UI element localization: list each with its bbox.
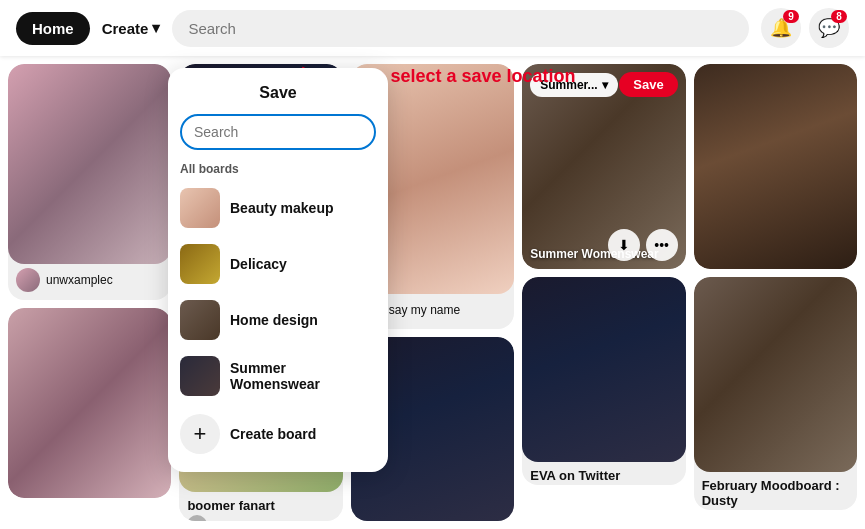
board-name-summer: Summer Womenswear bbox=[230, 360, 376, 392]
save-dropdown: Save All boards Beauty makeup Delicacy H… bbox=[168, 68, 388, 472]
pin-portrait-1[interactable] bbox=[8, 308, 171, 498]
eva-twitter-label: EVA on Twitter bbox=[522, 462, 685, 485]
dropdown-title: Save bbox=[168, 68, 388, 110]
hint-bar: ↙ Click to select a save location bbox=[0, 56, 865, 96]
plus-icon: + bbox=[180, 414, 220, 454]
sub-avatar bbox=[187, 515, 207, 521]
board-thumb-summer bbox=[180, 356, 220, 396]
pin-eva-twitter[interactable]: EVA on Twitter bbox=[522, 277, 685, 485]
pin-grid: unwxamplec Home design ▾ Save boomer fan… bbox=[0, 56, 865, 529]
more-button[interactable]: ••• bbox=[646, 229, 678, 261]
messages-button[interactable]: 💬 8 bbox=[809, 8, 849, 48]
board-thumb-home bbox=[180, 300, 220, 340]
board-item-delicacy[interactable]: Delicacy bbox=[168, 236, 388, 292]
home-button[interactable]: Home bbox=[16, 12, 90, 45]
messages-badge: 8 bbox=[831, 10, 847, 23]
header-icons: 🔔 9 💬 8 bbox=[761, 8, 849, 48]
col-3: Summer... ▾ Save Summer Womenswear ⬇ •••… bbox=[522, 64, 685, 521]
create-board-row[interactable]: + Create board bbox=[168, 404, 388, 464]
card-title: boomer fanart bbox=[179, 492, 342, 515]
username-label-2: say my name bbox=[389, 303, 460, 317]
pin-actions: ⬇ ••• bbox=[608, 229, 678, 261]
pin-avatar-row: unwxamplec bbox=[8, 264, 171, 300]
board-name-beauty: Beauty makeup bbox=[230, 200, 333, 216]
chevron-down-icon: ▾ bbox=[152, 19, 160, 37]
section-label: All boards bbox=[168, 158, 388, 180]
notifications-badge: 9 bbox=[783, 10, 799, 23]
notifications-button[interactable]: 🔔 9 bbox=[761, 8, 801, 48]
board-thumb-delicacy bbox=[180, 244, 220, 284]
header: Home Create ▾ 🔔 9 💬 8 bbox=[0, 0, 865, 56]
search-input[interactable] bbox=[172, 10, 749, 47]
dropdown-search-input[interactable] bbox=[180, 114, 376, 150]
create-board-label: Create board bbox=[230, 426, 316, 442]
col-0: unwxamplec bbox=[8, 64, 171, 521]
board-thumb-beauty bbox=[180, 188, 220, 228]
pin-february-moodboard[interactable]: February Moodboard : Dusty bbox=[694, 277, 857, 510]
board-item-summer[interactable]: Summer Womenswear bbox=[168, 348, 388, 404]
sub-username: ◇.*ETHEREAL-*. bbox=[213, 519, 297, 521]
board-item-home[interactable]: Home design bbox=[168, 292, 388, 348]
february-title: February Moodboard : Dusty bbox=[694, 472, 857, 510]
board-name-delicacy: Delicacy bbox=[230, 256, 287, 272]
avatar bbox=[16, 268, 40, 292]
col-4: February Moodboard : Dusty bbox=[694, 64, 857, 521]
download-button[interactable]: ⬇ bbox=[608, 229, 640, 261]
create-button[interactable]: Create ▾ bbox=[102, 19, 161, 37]
card-sub: ◇.*ETHEREAL-*. bbox=[179, 515, 342, 521]
username-label: unwxamplec bbox=[46, 273, 113, 287]
board-item-beauty[interactable]: Beauty makeup bbox=[168, 180, 388, 236]
pin-asian-1[interactable]: unwxamplec bbox=[8, 64, 171, 300]
board-name-home: Home design bbox=[230, 312, 318, 328]
